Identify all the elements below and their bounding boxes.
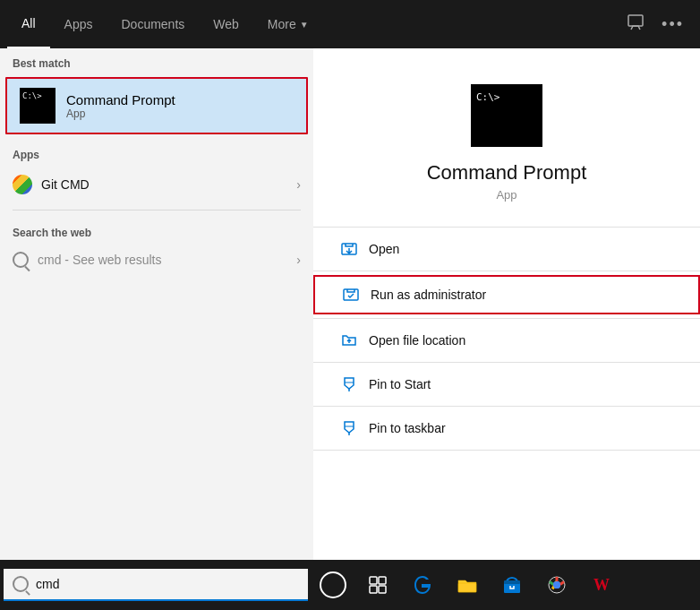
apps-section: Apps Git CMD ›: [0, 136, 313, 206]
git-cmd-icon: [13, 175, 32, 194]
open-icon: [340, 240, 358, 258]
action-divider-2: [313, 318, 700, 319]
run-as-admin-label: Run as administrator: [371, 288, 486, 302]
best-match-app-type: App: [66, 107, 175, 120]
svg-rect-4: [379, 577, 386, 584]
taskbar-icons: W: [312, 560, 623, 610]
run-as-admin-icon: [342, 286, 360, 304]
svg-rect-6: [379, 586, 386, 593]
pin-to-taskbar-label: Pin to taskbar: [369, 421, 446, 435]
chrome-button[interactable]: [535, 560, 578, 610]
tab-all[interactable]: All: [7, 0, 50, 48]
best-match-label: Best match: [0, 48, 313, 75]
action-divider-4: [313, 406, 700, 407]
best-match-item[interactable]: Command Prompt App: [5, 77, 308, 134]
open-file-location-icon: [340, 331, 358, 349]
pin-to-start-label: Pin to Start: [369, 377, 431, 391]
right-app-type: App: [496, 188, 516, 202]
search-web-item[interactable]: cmd - See web results ›: [0, 245, 313, 275]
taskbar: W: [0, 560, 700, 610]
apps-label: Apps: [0, 140, 313, 167]
svg-rect-2: [344, 289, 358, 300]
right-panel: Command Prompt App Open: [313, 48, 700, 560]
cortana-icon: [320, 571, 346, 598]
action-open-file-location[interactable]: Open file location: [313, 322, 700, 358]
main-content: Best match Command Prompt App Apps Git C…: [0, 48, 700, 560]
more-dots-icon[interactable]: •••: [653, 15, 693, 34]
search-web-label: Search the web: [0, 218, 313, 245]
tab-apps[interactable]: Apps: [50, 0, 107, 48]
tab-documents[interactable]: Documents: [107, 0, 199, 48]
taskbar-search-input[interactable]: [36, 577, 299, 591]
cortana-button[interactable]: [312, 560, 354, 610]
taskbar-search-box[interactable]: [4, 569, 308, 601]
svg-rect-9: [504, 580, 520, 584]
feedback-icon[interactable]: [619, 14, 653, 34]
cmd-app-icon: [20, 88, 55, 124]
left-panel: Best match Command Prompt App Apps Git C…: [0, 48, 313, 560]
git-cmd-chevron: ›: [296, 177, 301, 192]
svg-rect-7: [458, 583, 476, 592]
action-pin-to-taskbar[interactable]: Pin to taskbar: [313, 410, 700, 446]
git-cmd-label: Git CMD: [41, 177, 90, 192]
search-web-icon: [13, 252, 29, 268]
action-divider-1: [313, 271, 700, 271]
section-divider: [13, 210, 301, 210]
store-button[interactable]: [491, 560, 534, 610]
action-divider-5: [313, 450, 700, 451]
best-match-app-name: Command Prompt: [66, 92, 175, 107]
top-nav: All Apps Documents Web More ▼ •••: [0, 0, 700, 48]
svg-rect-3: [370, 577, 377, 584]
wps-button[interactable]: W: [580, 560, 623, 610]
tab-web[interactable]: Web: [199, 0, 253, 48]
open-label: Open: [369, 242, 399, 256]
pin-to-start-icon: [340, 375, 358, 393]
action-divider-top: [313, 227, 700, 228]
action-run-as-admin[interactable]: Run as administrator: [313, 275, 700, 314]
action-divider-3: [313, 362, 700, 363]
search-web-chevron: ›: [296, 253, 301, 267]
action-pin-to-start[interactable]: Pin to Start: [313, 366, 700, 402]
chevron-down-icon: ▼: [300, 20, 309, 30]
search-web-text: cmd - See web results: [38, 253, 162, 267]
svg-rect-5: [370, 586, 377, 593]
pin-to-taskbar-icon: [340, 419, 358, 437]
cmd-preview-icon: [471, 84, 542, 147]
list-item-git-cmd[interactable]: Git CMD ›: [0, 167, 313, 202]
taskbar-search-icon: [13, 576, 29, 592]
file-explorer-button[interactable]: [446, 560, 489, 610]
edge-button[interactable]: [401, 560, 444, 610]
search-web-section: Search the web cmd - See web results ›: [0, 214, 313, 279]
svg-rect-0: [628, 15, 643, 26]
tab-more[interactable]: More ▼: [253, 0, 323, 48]
task-view-button[interactable]: [356, 560, 399, 610]
svg-point-13: [553, 581, 560, 589]
open-file-location-label: Open file location: [369, 333, 465, 348]
action-open[interactable]: Open: [313, 231, 700, 267]
right-app-title: Command Prompt: [427, 161, 587, 185]
